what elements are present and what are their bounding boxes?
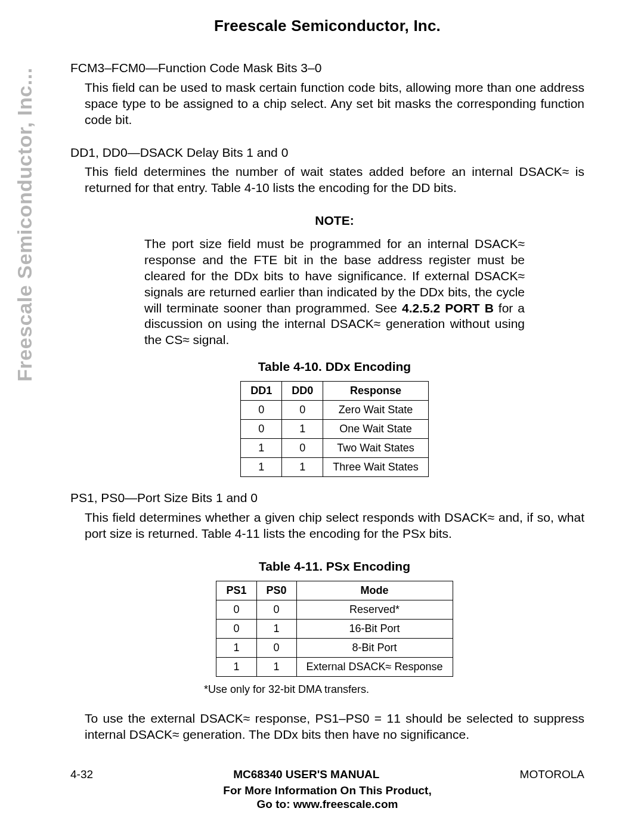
cell: 0	[241, 401, 282, 420]
cell: 1	[282, 420, 323, 439]
footer-line1: For More Information On This Product,	[223, 784, 431, 797]
cell: Two Wait States	[323, 439, 428, 458]
cs-signal: CS≈	[165, 333, 190, 346]
dsack-signal-ps: DSACK≈	[444, 510, 494, 524]
note-seg-1: The port size field must be programmed f…	[144, 237, 475, 250]
cell: 1	[256, 657, 296, 676]
ps-body-pre: This field determines whether a given ch…	[85, 510, 444, 524]
cell: External DSACK≈ Response	[296, 657, 453, 676]
table-row: 0 1 16-Bit Port	[216, 619, 453, 638]
cell: 0	[282, 439, 323, 458]
cell: 0	[282, 401, 323, 420]
ps-title: PS1, PS0—Port Size Bits 1 and 0	[70, 490, 584, 506]
page-number: 4-32	[70, 768, 93, 781]
table-row: 1 1 Three Wait States	[241, 458, 428, 477]
note-body: The port size field must be programmed f…	[144, 236, 525, 348]
cell: 1	[282, 458, 323, 477]
dsack-signal: DSACK≈	[519, 165, 569, 178]
dsack-signal-final-2: DSACK≈	[129, 727, 179, 741]
cell: 0	[256, 600, 296, 619]
table-row: 0 0 Reserved*	[216, 600, 453, 619]
table-row: DD1 DD0 Response	[241, 382, 428, 401]
th-dd1: DD1	[241, 382, 282, 401]
th-response: Response	[323, 382, 428, 401]
dsack-signal-note-1: DSACK≈	[475, 237, 525, 250]
table-row: 0 1 One Wait State	[241, 420, 428, 439]
cell: Reserved*	[296, 600, 453, 619]
footer-sub: For More Information On This Product, Go…	[70, 784, 584, 812]
table-ddx-title: Table 4-10. DDx Encoding	[85, 359, 584, 375]
body-content: FCM3–FCM0—Function Code Mask Bits 3–0 Th…	[85, 60, 584, 743]
cell: 0	[216, 619, 256, 638]
company-name: Freescale Semiconductor, Inc.	[214, 17, 441, 35]
table-ddx: DD1 DD0 Response 0 0 Zero Wait State 0 1…	[240, 381, 428, 477]
th-mode: Mode	[296, 581, 453, 600]
table-row: 0 0 Zero Wait State	[241, 401, 428, 420]
manual-title: MC68340 USER'S MANUAL	[233, 768, 379, 781]
cell: Zero Wait State	[323, 401, 428, 420]
note-seg-6: signal.	[190, 333, 230, 346]
table-row: 1 0 8-Bit Port	[216, 638, 453, 657]
page-footer: 4-32 MC68340 USER'S MANUAL MOTOROLA For …	[0, 768, 644, 812]
final-pre: To use the external	[85, 711, 200, 725]
cell: 1	[216, 657, 256, 676]
footer-line2: Go to: www.freescale.com	[257, 798, 398, 810]
th-dd0: DD0	[282, 382, 323, 401]
th-ps0: PS0	[256, 581, 296, 600]
cell: 0	[216, 600, 256, 619]
dd-body-pre: This field determines the number of wait…	[85, 165, 519, 178]
cell: 1	[256, 619, 296, 638]
final-post: generation. The DDx bits then have no si…	[179, 727, 469, 741]
cell: 16-Bit Port	[296, 619, 453, 638]
final-paragraph: To use the external DSACK≈ response, PS1…	[85, 711, 584, 743]
ps-body: This field determines whether a given ch…	[85, 510, 584, 542]
fcm-title: FCM3–FCM0—Function Code Mask Bits 3–0	[70, 60, 584, 76]
cell: Three Wait States	[323, 458, 428, 477]
cell: One Wait State	[323, 420, 428, 439]
table-psx: PS1 PS0 Mode 0 0 Reserved* 0 1 16-Bit Po…	[216, 581, 453, 677]
dd-title: DD1, DD0—DSACK Delay Bits 1 and 0	[70, 145, 584, 161]
cell: 1	[241, 458, 282, 477]
dsack-signal-note-3: DSACK≈	[330, 317, 380, 330]
page: Freescale Semiconductor, Inc... Freescal…	[0, 0, 644, 833]
cell: 0	[256, 638, 296, 657]
cell: 1	[241, 439, 282, 458]
th-ps1: PS1	[216, 581, 256, 600]
note-label: NOTE:	[85, 213, 584, 229]
note-seg-2: response and the FTE bit in the base add…	[144, 253, 525, 283]
cell: 0	[241, 420, 282, 439]
dd-body: This field determines the number of wait…	[85, 164, 584, 196]
side-watermark-text: Freescale Semiconductor, Inc...	[13, 67, 36, 382]
table-row: 1 1 External DSACK≈ Response	[216, 657, 453, 676]
dsack-signal-note-2: DSACK≈	[475, 269, 525, 283]
footer-row: 4-32 MC68340 USER'S MANUAL MOTOROLA	[70, 768, 584, 781]
dsack-signal-final-1: DSACK≈	[200, 711, 250, 725]
fcm-body: This field can be used to mask certain f…	[85, 80, 584, 128]
table-psx-title: Table 4-11. PSx Encoding	[85, 559, 584, 575]
port-b-ref: 4.2.5.2 PORT B	[402, 301, 494, 315]
cell: 8-Bit Port	[296, 638, 453, 657]
table-psx-footnote: *Use only for 32-bit DMA transfers.	[204, 683, 584, 696]
brand: MOTOROLA	[520, 768, 584, 781]
page-header: Freescale Semiconductor, Inc.	[70, 17, 584, 35]
cell: 1	[216, 638, 256, 657]
side-watermark: Freescale Semiconductor, Inc...	[13, 67, 36, 382]
table-row: PS1 PS0 Mode	[216, 581, 453, 600]
table-row: 1 0 Two Wait States	[241, 439, 428, 458]
